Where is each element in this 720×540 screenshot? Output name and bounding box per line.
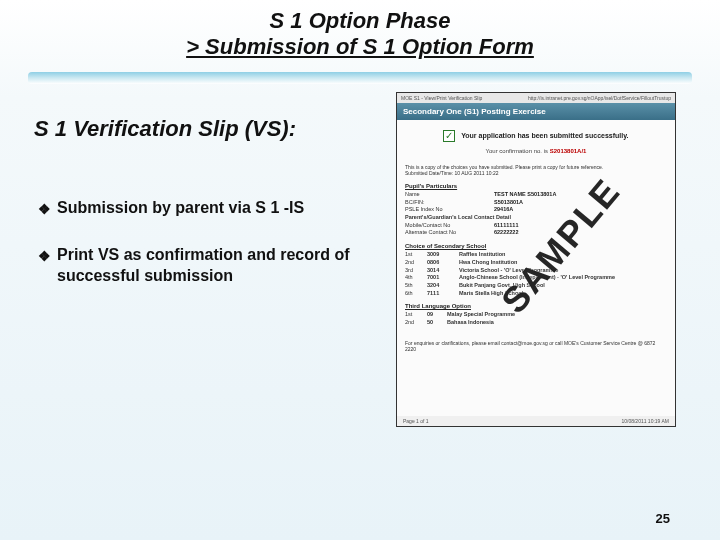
ss-topbar-url: http://is.intranet.pre.gov.sg/nOApp/isel… [528,95,671,101]
bullet-text: Print VS as confirmation and record of s… [57,245,358,287]
slide: S 1 Option Phase > Submission of S 1 Opt… [0,0,720,540]
title-line-2: > Submission of S 1 Option Form [40,34,680,60]
diamond-icon: ❖ [38,245,51,287]
school: Bukit Panjang Govt. High School [459,282,667,290]
school: Raffles Institution [459,251,667,259]
lang: Bahasa Indonesia [447,319,667,327]
ss-footer-right: 10/08/2011 10:19 AM [621,418,669,424]
code: 3204 [427,282,453,290]
ss-choices-section: Choice of Secondary School 1st3009Raffle… [397,240,675,300]
ord: 1st [405,251,421,259]
ss-enquiry: For enquiries or clarifications, please … [397,336,675,356]
school: Victoria School - 'O' Level Programme [459,267,667,275]
code: 7001 [427,274,453,282]
ss-confirm-sub: Your confirmation no. is S2013801A/1 [405,148,667,154]
val: S5013801A [494,199,667,207]
val: 62222222 [494,229,667,237]
ss-choices-title: Choice of Secondary School [405,243,667,249]
ss-confirm-number: S2013801A/1 [550,148,587,154]
ss-note-line2: Submitted Date/Time: 10 AUG 2011 10:22 [405,170,667,176]
verification-slip-screenshot: MOE S1 - View/Print Verification Slip ht… [396,92,676,427]
checkmark-icon: ✓ [443,130,455,142]
ord: 1st [405,311,421,319]
lbl: BC/FIN: [405,199,490,207]
ss-confirm-prefix: Your confirmation no. is [486,148,548,154]
lbl: Alternate Contact No [405,229,490,237]
lbl: PSLE Index No [405,206,490,214]
ss-footer-left: Page 1 of 1 [403,418,429,424]
ss-pupil-title: Pupil's Particulars [405,183,667,189]
ord: 6th [405,290,421,298]
page-number: 25 [656,511,670,526]
divider-band [28,72,692,84]
ord: 2nd [405,319,421,327]
val: 61111111 [494,222,667,230]
code: 3009 [427,251,453,259]
ss-banner: Secondary One (S1) Posting Exercise [397,103,675,120]
title-line-1: S 1 Option Phase [40,8,680,34]
ord: 2nd [405,259,421,267]
code: 7111 [427,290,453,298]
code: 0806 [427,259,453,267]
ss-pupil-section: Pupil's Particulars NameTEST NAME S50138… [397,180,675,240]
ord: 4th [405,274,421,282]
lbl: Name [405,191,490,199]
val: TEST NAME S5013801A [494,191,667,199]
title-area: S 1 Option Phase > Submission of S 1 Opt… [0,0,720,66]
code: 09 [427,311,441,319]
school: Anglo-Chinese School (Independent) - 'O'… [459,274,667,282]
school: Hwa Chong Institution [459,259,667,267]
ss-tlp-title: Third Language Option [405,303,667,309]
ss-tlp-section: Third Language Option 1st09Malay Special… [397,300,675,329]
ss-topbar-title: MOE S1 - View/Print Verification Slip [401,95,482,101]
bullet-list: ❖ Submission by parent via S 1 -IS ❖ Pri… [38,198,358,312]
ss-note: This is a copy of the choices you have s… [397,160,675,180]
bullet-item: ❖ Submission by parent via S 1 -IS [38,198,358,219]
lang: Malay Special Programme [447,311,667,319]
ss-footer: Page 1 of 1 10/08/2011 10:19 AM [397,416,675,426]
lbl: Mobile/Contact No [405,222,490,230]
bullet-text: Submission by parent via S 1 -IS [57,198,304,219]
code: 50 [427,319,441,327]
subtitle: S 1 Verification Slip (VS): [34,115,296,144]
lbl: Parent's/Guardian's Local Contact Detail [405,214,565,222]
ss-confirmation: ✓ Your application has been submitted su… [397,120,675,160]
code: 3014 [427,267,453,275]
ss-confirm-text: Your application has been submitted succ… [461,132,628,139]
diamond-icon: ❖ [38,198,51,219]
val: 29416A [494,206,667,214]
school: Maris Stella High School [459,290,667,298]
ss-topbar: MOE S1 - View/Print Verification Slip ht… [397,93,675,103]
bullet-item: ❖ Print VS as confirmation and record of… [38,245,358,287]
ord: 5th [405,282,421,290]
ord: 3rd [405,267,421,275]
